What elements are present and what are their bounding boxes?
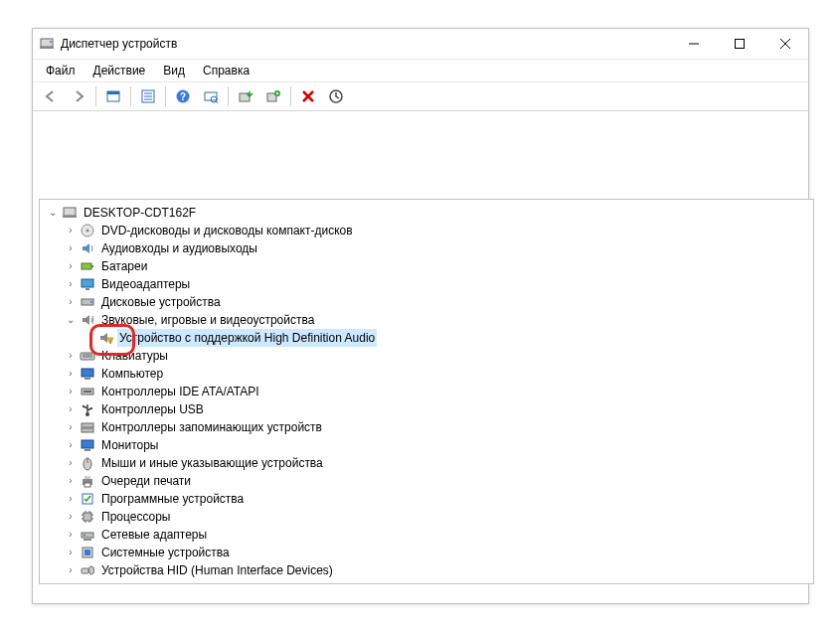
- tree-node[interactable]: ⌄DESKTOP-CDT162F: [40, 204, 813, 222]
- expand-arrow-icon[interactable]: ›: [64, 454, 78, 472]
- forward-button[interactable]: [66, 83, 91, 109]
- tree-node[interactable]: ›Батареи: [40, 257, 813, 275]
- tree-node[interactable]: ›Мыши и иные указывающие устройства: [40, 454, 813, 472]
- tree-node[interactable]: ›Компьютер: [40, 365, 813, 383]
- tree-node-label[interactable]: DESKTOP-CDT162F: [82, 204, 198, 222]
- tree-node-label[interactable]: Очереди печати: [99, 472, 193, 490]
- svg-rect-8: [107, 91, 119, 94]
- tree-node-label[interactable]: Видеоадаптеры: [99, 275, 192, 293]
- tree-node-label[interactable]: Мыши и иные указывающие устройства: [99, 454, 325, 472]
- update-driver-button[interactable]: [233, 83, 258, 109]
- svg-rect-57: [84, 513, 91, 521]
- tree-node-label[interactable]: Компьютер: [99, 365, 165, 383]
- svg-rect-1: [40, 47, 54, 49]
- properties-button[interactable]: [135, 83, 161, 109]
- tree-node[interactable]: ›Контроллеры USB: [40, 400, 813, 418]
- window-title: Диспетчер устройств: [61, 37, 177, 51]
- tree-node-label[interactable]: Батареи: [99, 257, 149, 275]
- monitor-icon: [80, 366, 95, 382]
- tree-node-label[interactable]: Системные устройства: [99, 544, 232, 561]
- svg-rect-68: [84, 539, 91, 541]
- expand-arrow-icon[interactable]: ›: [64, 508, 78, 526]
- tree-node-label[interactable]: Клавиатуры: [99, 347, 170, 365]
- help-button[interactable]: ?: [170, 83, 196, 109]
- show-hidden-button[interactable]: [100, 83, 126, 109]
- svg-rect-70: [84, 550, 90, 555]
- expand-arrow-icon[interactable]: ›: [64, 526, 78, 544]
- tree-node-label[interactable]: Сетевые адаптеры: [99, 526, 209, 544]
- uninstall-button[interactable]: [260, 83, 286, 109]
- minimize-button[interactable]: [671, 29, 717, 59]
- tree-node-label[interactable]: DVD-дисководы и дисководы компакт-дисков: [99, 222, 355, 239]
- expand-arrow-icon[interactable]: ›: [64, 490, 78, 508]
- menu-file[interactable]: Файл: [37, 62, 84, 79]
- audio-icon: [80, 240, 95, 256]
- tree-node-label[interactable]: Аудиовходы и аудиовыходы: [99, 239, 259, 257]
- tree-node-label[interactable]: Устройство с поддержкой High Definition …: [117, 329, 377, 347]
- svg-rect-47: [82, 423, 93, 427]
- expand-arrow-icon[interactable]: ›: [64, 275, 78, 293]
- tree-node[interactable]: ›DVD-дисководы и дисководы компакт-диско…: [40, 222, 813, 239]
- tree-node[interactable]: ›Программные устройства: [40, 490, 813, 508]
- toolbar-separator: [290, 86, 291, 106]
- expand-arrow-icon[interactable]: ›: [64, 436, 78, 454]
- menubar: Файл Действие Вид Справка: [33, 60, 808, 82]
- tree-node[interactable]: ›Дисковые устройства: [40, 293, 813, 311]
- tree-node-label[interactable]: Процессоры: [99, 508, 173, 526]
- tree-node-label[interactable]: Контроллеры USB: [99, 400, 206, 418]
- svg-rect-49: [82, 440, 93, 448]
- expand-arrow-icon[interactable]: ›: [64, 293, 78, 311]
- menu-view[interactable]: Вид: [154, 62, 194, 79]
- tree-node[interactable]: ›Аудиовходы и аудиовыходы: [40, 239, 813, 257]
- tree-node[interactable]: ›Очереди печати: [40, 472, 813, 490]
- tree-node[interactable]: ›Процессоры: [40, 508, 813, 526]
- tree-node-label[interactable]: Мониторы: [99, 436, 160, 454]
- expand-arrow-icon[interactable]: ›: [64, 418, 78, 436]
- close-button[interactable]: [762, 29, 808, 59]
- network-icon: [80, 527, 95, 543]
- tree-node[interactable]: ›Контроллеры запоминающих устройств: [40, 418, 813, 436]
- svg-rect-28: [82, 263, 91, 269]
- maximize-button[interactable]: [717, 29, 762, 59]
- enable-button[interactable]: [323, 83, 349, 109]
- tree-node-label[interactable]: Контроллеры запоминающих устройств: [99, 418, 324, 436]
- app-icon: [39, 36, 55, 52]
- back-button[interactable]: [38, 83, 64, 109]
- device-tree[interactable]: ⌄DESKTOP-CDT162F›DVD-дисководы и дисково…: [39, 199, 814, 584]
- scan-hardware-button[interactable]: [198, 83, 224, 109]
- expand-arrow-icon[interactable]: ›: [64, 383, 78, 400]
- tree-node-label[interactable]: Контроллеры IDE ATA/ATAPI: [99, 383, 261, 400]
- disable-button[interactable]: [295, 83, 321, 109]
- tree-node[interactable]: ›Мониторы: [40, 436, 813, 454]
- tree-node[interactable]: ›Контроллеры IDE ATA/ATAPI: [40, 383, 813, 400]
- tree-node[interactable]: ⌄Звуковые, игровые и видеоустройства: [40, 311, 813, 329]
- collapse-arrow-icon[interactable]: ⌄: [64, 311, 78, 329]
- expand-arrow-icon[interactable]: ›: [64, 472, 78, 490]
- keyboard-icon: [80, 348, 95, 364]
- expand-arrow-icon[interactable]: ›: [64, 544, 78, 561]
- mouse-icon: [80, 455, 95, 471]
- expand-arrow-icon[interactable]: ›: [64, 222, 78, 239]
- svg-rect-31: [85, 288, 89, 290]
- menu-help[interactable]: Справка: [194, 62, 258, 79]
- tree-node-label[interactable]: Устройства HID (Human Interface Devices): [99, 561, 335, 579]
- tree-node-label[interactable]: Дисковые устройства: [99, 293, 223, 311]
- expand-arrow-icon[interactable]: ›: [64, 347, 78, 365]
- tree-node-label[interactable]: Программные устройства: [99, 490, 246, 508]
- expand-arrow-icon[interactable]: ›: [64, 257, 78, 275]
- expand-arrow-icon[interactable]: ›: [64, 239, 78, 257]
- computer-icon: [62, 205, 78, 221]
- expand-arrow-icon[interactable]: ›: [64, 365, 78, 383]
- tree-node[interactable]: ›Системные устройства: [40, 544, 813, 561]
- tree-node-label[interactable]: Звуковые, игровые и видеоустройства: [99, 311, 316, 329]
- tree-node[interactable]: ›Клавиатуры: [40, 347, 813, 365]
- tree-node[interactable]: ›Устройства HID (Human Interface Devices…: [40, 561, 813, 579]
- tree-node[interactable]: ›!Устройство с поддержкой High Definitio…: [40, 329, 813, 347]
- tree-node[interactable]: ›Сетевые адаптеры: [40, 526, 813, 544]
- expand-arrow-icon[interactable]: ›: [64, 561, 78, 579]
- menu-action[interactable]: Действие: [84, 62, 155, 79]
- collapse-arrow-icon[interactable]: ⌄: [46, 204, 60, 222]
- tree-node[interactable]: ›Видеоадаптеры: [40, 275, 813, 293]
- svg-text:?: ?: [180, 91, 186, 102]
- expand-arrow-icon[interactable]: ›: [64, 400, 78, 418]
